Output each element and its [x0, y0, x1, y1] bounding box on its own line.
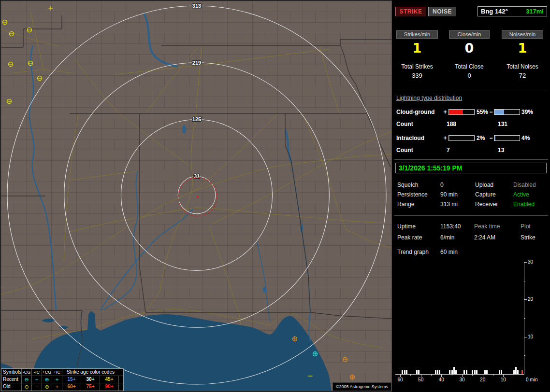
legend-symbol-glyph: − — [32, 376, 42, 383]
cg-plus-pct: 55% — [477, 109, 488, 115]
trend-bar — [453, 367, 455, 374]
legend-col-pic: +IC — [52, 369, 62, 376]
y-tick — [524, 299, 527, 300]
x-minor-tick — [493, 374, 493, 376]
total-noises-label: Total Noises — [498, 63, 547, 70]
lightning-map[interactable]: 31125219313 Symbols -CG -IC +CG +IC Stri… — [1, 1, 391, 391]
capture-label: Capture — [475, 191, 496, 198]
trend-bar — [499, 370, 500, 374]
trend-bar — [416, 370, 418, 374]
trend-bar — [439, 370, 440, 374]
x-zero-label: 0 min — [526, 377, 543, 383]
legend-age-code: 30+ — [81, 376, 100, 383]
cloud-ground-label: Cloud-ground — [396, 109, 434, 115]
cg-plus-bar-fill — [449, 110, 463, 114]
x-tick-label: 50 — [416, 377, 426, 383]
y-tick-label: 10 — [528, 334, 538, 340]
cg-minus-bar — [494, 109, 520, 115]
legend-header-row: Symbols -CG -IC +CG +IC Strike age color… — [1, 369, 123, 376]
total-strikes-value: 339 — [393, 72, 441, 79]
datetime-display: 3/1/2026 1:55:19 PM — [395, 163, 547, 173]
legend-col-nic: -IC — [32, 369, 42, 376]
legend-symbol-glyph: ⊖ — [22, 383, 32, 391]
x-tick-label: 10 — [498, 377, 508, 383]
close-per-min-value: 0 — [445, 41, 493, 56]
y-minor-tick — [524, 355, 525, 356]
map-svg: 31125219313 — [1, 1, 391, 391]
legend-age-code: 15+ — [62, 376, 81, 383]
trend-graph-window: 60 min — [440, 249, 458, 255]
legend-age-code: 60+ — [62, 383, 81, 391]
trend-bar — [521, 370, 523, 374]
receiver-label: Receiver — [475, 201, 498, 208]
ic-plus-pct: 2% — [477, 135, 485, 141]
trend-bar — [455, 370, 457, 374]
x-tick-label: 30 — [457, 377, 467, 383]
persistence-label: Persistence — [397, 191, 428, 198]
bearing-readout: Bng 142° 317mi — [478, 6, 547, 16]
cg-minus-count: 131 — [498, 121, 507, 127]
separator — [394, 159, 548, 160]
trend-bar — [472, 370, 473, 374]
legend-symbol-glyph: − — [32, 383, 42, 391]
x-minor-tick — [431, 374, 432, 376]
trend-bar — [513, 370, 515, 374]
strikes-per-min-button[interactable]: Strikes/min — [396, 30, 438, 39]
x-minor-tick — [472, 374, 473, 376]
total-close-label: Total Close — [445, 63, 493, 70]
receiver-status: Enabled — [513, 201, 535, 208]
trend-bar — [449, 370, 450, 374]
total-strikes-label: Total Strikes — [393, 63, 441, 70]
distribution-title: Lightning type distribution — [396, 95, 462, 101]
range-value: 313 mi — [440, 201, 458, 208]
legend-age-title: Strike age color codes — [62, 369, 119, 376]
trend-bar — [463, 370, 465, 374]
y-tick-label: 30 — [528, 259, 538, 265]
total-close-value: 0 — [445, 72, 493, 79]
noises-per-min-value: 1 — [498, 41, 547, 56]
legend-row-label: Old — [1, 383, 22, 391]
ic-plus-count: 7 — [447, 147, 450, 154]
peak-rate-label: Peak rate — [397, 234, 422, 241]
close-per-min-button[interactable]: Close/min — [449, 30, 490, 39]
bearing-label: Bng 142° — [481, 8, 508, 15]
plus-sign: + — [442, 109, 448, 115]
legend-symbol-glyph: ⊖ — [22, 376, 32, 383]
range-ring-label: 219 — [192, 60, 201, 66]
peak-time-value: 2:24 AM — [474, 234, 495, 241]
x-tick-label: 40 — [436, 377, 446, 383]
trend-bar — [418, 370, 420, 374]
x-tick-label: 20 — [478, 377, 488, 383]
legend-symbol-glyph: + — [52, 376, 62, 383]
x-minor-tick — [514, 374, 514, 376]
x-axis — [395, 374, 524, 375]
capture-status: Active — [513, 191, 529, 198]
trend-bar — [402, 370, 403, 374]
cg-minus-bar-fill — [494, 110, 504, 114]
noises-per-min-button[interactable]: Noises/min — [502, 30, 543, 39]
strike-mode-button[interactable]: STRIKE — [395, 7, 426, 16]
legend-old-row: Old⊖−⊕+60+75+90+ — [1, 383, 123, 391]
squelch-value: 0 — [440, 182, 444, 188]
peak-rate-value: 6/min — [440, 234, 454, 241]
legend-row-label: Recent — [1, 376, 22, 383]
range-ring-label: 313 — [192, 3, 201, 9]
map-legend: Symbols -CG -IC +CG +IC Strike age color… — [1, 368, 124, 391]
trend-bar — [404, 370, 405, 374]
legend-symbol-glyph: ⊕ — [42, 383, 52, 391]
legend-symbol-glyph: + — [52, 383, 62, 391]
range-ring-label: 31 — [194, 173, 200, 179]
ic-plus-bar-fill — [449, 136, 449, 140]
legend-age-code: 90+ — [100, 383, 119, 391]
trend-bar — [484, 370, 486, 374]
trend-graph: 1020306050403020100 min — [394, 258, 550, 392]
noise-mode-button[interactable]: NOISE — [428, 7, 456, 16]
intracloud-label: Intracloud — [396, 135, 424, 141]
strikes-per-min-value: 1 — [393, 41, 441, 56]
uptime-label: Uptime — [397, 223, 416, 230]
separator — [394, 215, 548, 216]
cg-plus-bar — [449, 109, 475, 115]
trend-bar — [451, 370, 453, 374]
trend-bar — [474, 370, 476, 374]
circle-plus-symbol — [313, 352, 318, 356]
